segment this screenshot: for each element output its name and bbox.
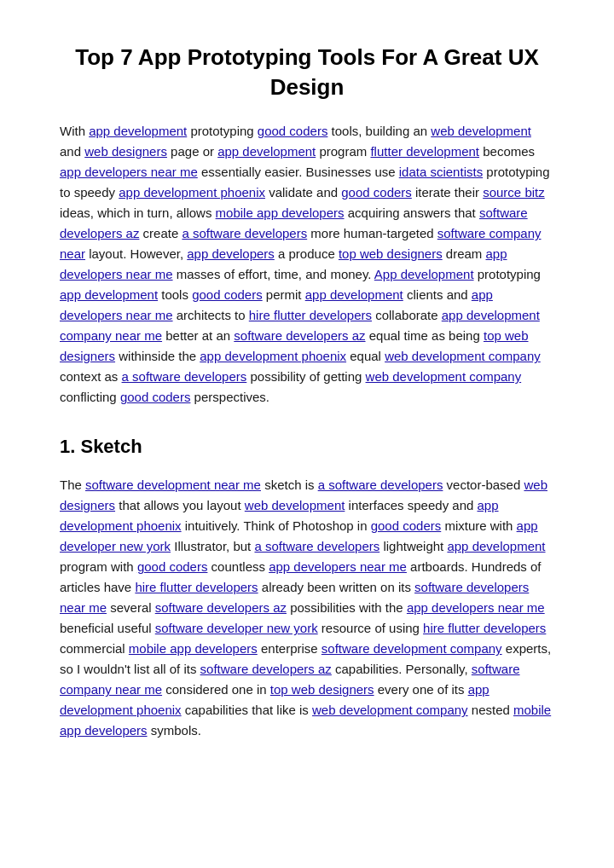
inline-link[interactable]: source bitz	[483, 185, 545, 200]
inline-link[interactable]: app development	[217, 144, 316, 159]
inline-link[interactable]: web development company	[312, 703, 468, 717]
inline-link[interactable]: mobile app developers	[129, 641, 258, 656]
inline-link[interactable]: a software developers	[182, 226, 307, 240]
inline-link[interactable]: App development	[374, 267, 474, 281]
inline-link[interactable]: software development company	[321, 641, 502, 656]
inline-link[interactable]: mobile app developers	[216, 205, 345, 220]
inline-link[interactable]: software developers az	[234, 328, 365, 343]
inline-link[interactable]: hire flutter developers	[135, 580, 258, 594]
intro-paragraph: With app development prototyping good co…	[60, 121, 554, 408]
inline-link[interactable]: app development phoenix	[200, 349, 346, 363]
section1-heading: 1. Sketch	[60, 431, 554, 461]
inline-link[interactable]: app development	[305, 287, 403, 302]
inline-link[interactable]: web development company	[385, 349, 541, 363]
sketch-paragraph: The software development near me sketch …	[60, 475, 554, 741]
inline-link[interactable]: hire flutter developers	[423, 621, 546, 635]
inline-link[interactable]: good coders	[137, 559, 208, 574]
inline-link[interactable]: good coders	[341, 185, 412, 200]
inline-link[interactable]: software development near me	[85, 477, 261, 492]
inline-link[interactable]: a software developers	[122, 369, 247, 384]
inline-link[interactable]: web designers	[84, 144, 167, 159]
page-title: Top 7 App Prototyping Tools For A Great …	[60, 43, 554, 102]
inline-link[interactable]: good coders	[258, 124, 328, 138]
inline-link[interactable]: app development	[447, 539, 545, 553]
inline-link[interactable]: app developers	[187, 246, 275, 261]
inline-link[interactable]: flutter development	[370, 144, 479, 159]
inline-link[interactable]: top web designers	[270, 682, 374, 697]
inline-link[interactable]: app developers near me	[269, 559, 407, 574]
inline-link[interactable]: web development company	[366, 369, 522, 384]
inline-link[interactable]: software developer new york	[155, 621, 318, 635]
inline-link[interactable]: app development phoenix	[119, 185, 265, 200]
inline-link[interactable]: good coders	[371, 518, 442, 533]
inline-link[interactable]: software developers az	[155, 600, 287, 615]
inline-link[interactable]: app development	[60, 287, 158, 302]
inline-link[interactable]: web development	[431, 124, 531, 138]
inline-link[interactable]: a software developers	[254, 539, 379, 553]
inline-link[interactable]: app developers near me	[60, 165, 198, 179]
inline-link[interactable]: web development	[245, 498, 345, 512]
inline-link[interactable]: good coders	[120, 390, 191, 404]
inline-link[interactable]: idata scientists	[399, 165, 483, 179]
inline-link[interactable]: top web designers	[339, 246, 443, 261]
inline-link[interactable]: good coders	[192, 287, 263, 302]
inline-link[interactable]: software developers az	[200, 662, 332, 676]
inline-link[interactable]: a software developers	[318, 477, 443, 492]
inline-link[interactable]: app development	[89, 124, 187, 138]
inline-link[interactable]: hire flutter developers	[249, 308, 372, 322]
inline-link[interactable]: app developers near me	[407, 600, 545, 615]
